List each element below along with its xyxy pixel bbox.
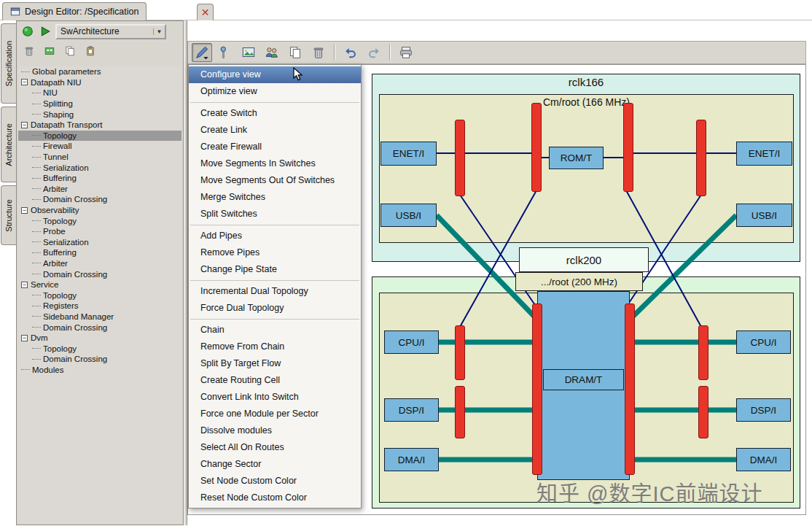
menu-item-move-segments-out-of-switches[interactable]: Move Segments Out Of Switches bbox=[189, 172, 361, 189]
tree-item-buffering[interactable]: Buffering bbox=[18, 247, 181, 258]
menu-item-chain[interactable]: Chain bbox=[189, 322, 361, 339]
tree-item-niu[interactable]: NIU bbox=[18, 88, 181, 98]
tree-item-service[interactable]: −Service bbox=[18, 279, 181, 290]
group-button[interactable] bbox=[262, 43, 282, 62]
menu-item-set-node-custom-color[interactable]: Set Node Custom Color bbox=[189, 473, 361, 490]
rclk200-title-box[interactable]: rclk200 bbox=[519, 247, 649, 272]
tree-item-domain-crossing[interactable]: Domain Crossing bbox=[18, 268, 181, 279]
tree-item-datapath-niu[interactable]: −Datapath NIU bbox=[18, 77, 181, 88]
tree-item-dvm[interactable]: −Dvm bbox=[18, 333, 181, 344]
node-cpu-right[interactable]: CPU/I bbox=[736, 330, 791, 354]
menu-item-create-routing-cell[interactable]: Create Routing Cell bbox=[189, 372, 361, 389]
side-tab-specification[interactable]: Specification bbox=[1, 23, 16, 104]
capture-view-button[interactable] bbox=[42, 44, 58, 58]
menu-item-create-switch[interactable]: Create Switch bbox=[189, 105, 361, 122]
node-usb-right[interactable]: USB/I bbox=[736, 204, 792, 227]
print-button[interactable] bbox=[396, 43, 416, 62]
switch-bar[interactable] bbox=[455, 120, 465, 196]
undo-button[interactable] bbox=[340, 43, 361, 62]
tree-item-sideband-manager[interactable]: Sideband Manager bbox=[18, 312, 181, 322]
root200-label-box[interactable]: .../root (200 MHz) bbox=[515, 272, 643, 291]
menu-item-add-pipes[interactable]: Add Pipes bbox=[189, 228, 361, 244]
tree-item-serialization[interactable]: Serialization bbox=[18, 237, 181, 248]
side-tab-architecture[interactable]: Architecture bbox=[1, 107, 16, 182]
switch-bar[interactable] bbox=[698, 325, 708, 380]
optimize-view-button[interactable] bbox=[215, 43, 235, 62]
switch-bar[interactable] bbox=[532, 303, 542, 475]
tree-item-datapath-transport[interactable]: −Datapath Transport bbox=[18, 120, 181, 131]
switch-bar[interactable] bbox=[625, 303, 635, 475]
menu-item-convert-link-into-switch[interactable]: Convert Link Into Switch bbox=[189, 389, 361, 406]
menu-item-remove-from-chain[interactable]: Remove From Chain bbox=[189, 339, 361, 355]
menu-item-split-switches[interactable]: Split Switches bbox=[189, 206, 361, 223]
view-selector-dropdown[interactable]: SwArchitecture ▼ bbox=[55, 24, 166, 39]
menu-item-force-dual-topology[interactable]: Force Dual Topology bbox=[189, 300, 361, 317]
tree-collapse-toggle[interactable]: − bbox=[21, 79, 28, 85]
delete-button[interactable] bbox=[308, 43, 329, 62]
tree-item-tunnel[interactable]: Tunnel bbox=[18, 152, 181, 163]
node-dsp-left[interactable]: DSP/I bbox=[384, 398, 439, 422]
tree-item-domain-crossing[interactable]: Domain Crossing bbox=[18, 354, 181, 365]
tree-item-arbiter[interactable]: Arbiter bbox=[18, 258, 181, 269]
menu-item-incremental-dual-topology[interactable]: Incremental Dual Topology bbox=[189, 283, 361, 300]
menu-item-configure-view[interactable]: Configure view bbox=[189, 66, 361, 83]
switch-bar[interactable] bbox=[696, 120, 706, 196]
node-enet-right[interactable]: ENET/I bbox=[736, 142, 792, 166]
tree-item-buffering[interactable]: Buffering bbox=[18, 173, 181, 184]
tree-collapse-toggle[interactable]: − bbox=[21, 335, 28, 341]
run-button[interactable] bbox=[37, 24, 53, 39]
node-dma-right[interactable]: DMA/I bbox=[736, 448, 791, 471]
tree-item-serialization[interactable]: Serialization bbox=[18, 162, 181, 173]
tree-collapse-toggle[interactable]: − bbox=[21, 207, 28, 214]
tree-item-observability[interactable]: −Observability bbox=[18, 205, 181, 216]
tree-item-topology[interactable]: Topology bbox=[18, 343, 181, 354]
tree-item-global-parameters[interactable]: Global parameters bbox=[18, 66, 181, 77]
menu-item-split-by-target-flow[interactable]: Split By Target Flow bbox=[189, 355, 361, 372]
switch-bar[interactable] bbox=[531, 103, 542, 192]
tree-item-firewall[interactable]: Firewall bbox=[18, 141, 181, 152]
paste-view-button[interactable] bbox=[82, 44, 98, 58]
duplicate-button[interactable] bbox=[285, 43, 305, 62]
snapshot-button[interactable] bbox=[238, 43, 259, 62]
node-dma-left[interactable]: DMA/I bbox=[384, 448, 439, 471]
copy-view-button[interactable] bbox=[62, 44, 78, 58]
tree-item-domain-crossing[interactable]: Domain Crossing bbox=[18, 194, 181, 205]
tab-close-button[interactable]: ✕ bbox=[197, 4, 214, 20]
tree-item-topology[interactable]: Topology bbox=[18, 290, 181, 301]
node-rom[interactable]: ROM/T bbox=[549, 147, 604, 169]
tree-item-registers[interactable]: Registers bbox=[18, 301, 181, 312]
delete-view-button[interactable] bbox=[21, 44, 37, 58]
menu-item-force-one-module-per-sector[interactable]: Force one Module per Sector bbox=[189, 406, 361, 422]
switch-bar[interactable] bbox=[623, 103, 633, 192]
tree-collapse-toggle[interactable]: − bbox=[21, 122, 28, 128]
menu-item-dissolve-modules[interactable]: Dissolve modules bbox=[189, 422, 361, 439]
menu-item-reset-node-custom-color[interactable]: Reset Node Custom Color bbox=[189, 490, 361, 506]
node-enet-left[interactable]: ENET/I bbox=[380, 142, 437, 166]
menu-item-change-pipe-state[interactable]: Change Pipe State bbox=[189, 261, 361, 278]
menu-item-optimize-view[interactable]: Optimize view bbox=[189, 83, 361, 100]
menu-item-create-firewall[interactable]: Create Firewall bbox=[189, 139, 361, 155]
tree-collapse-toggle[interactable]: − bbox=[21, 282, 28, 288]
tab-design-editor[interactable]: Design Editor: /Specification bbox=[2, 2, 147, 20]
tree-item-domain-crossing[interactable]: Domain Crossing bbox=[18, 322, 181, 333]
tree-item-splitting[interactable]: Splitting bbox=[18, 98, 181, 109]
menu-item-move-segments-in-switches[interactable]: Move Segments In Switches bbox=[189, 155, 361, 172]
tree-item-arbiter[interactable]: Arbiter bbox=[18, 184, 181, 195]
menu-item-merge-switches[interactable]: Merge Switches bbox=[189, 189, 361, 206]
tree-item-shaping[interactable]: Shaping bbox=[18, 109, 181, 120]
tree-item-topology[interactable]: Topology bbox=[18, 131, 181, 142]
tree-item-probe[interactable]: Probe bbox=[18, 226, 181, 237]
tree-item-topology[interactable]: Topology bbox=[18, 215, 181, 226]
node-usb-left[interactable]: USB/I bbox=[380, 204, 437, 227]
menu-item-remove-pipes[interactable]: Remove Pipes bbox=[189, 244, 361, 261]
switch-bar[interactable] bbox=[455, 325, 465, 380]
tree-item-modules[interactable]: Modules bbox=[18, 365, 181, 376]
node-cpu-left[interactable]: CPU/I bbox=[384, 330, 439, 354]
side-tab-structure[interactable]: Structure bbox=[1, 185, 16, 245]
configure-view-menu-button[interactable] bbox=[192, 43, 212, 62]
redo-button[interactable] bbox=[364, 43, 384, 62]
switch-bar[interactable] bbox=[455, 386, 465, 438]
menu-item-change-sector[interactable]: Change Sector bbox=[189, 456, 361, 473]
switch-bar[interactable] bbox=[698, 386, 708, 438]
node-dsp-right[interactable]: DSP/I bbox=[736, 398, 791, 422]
